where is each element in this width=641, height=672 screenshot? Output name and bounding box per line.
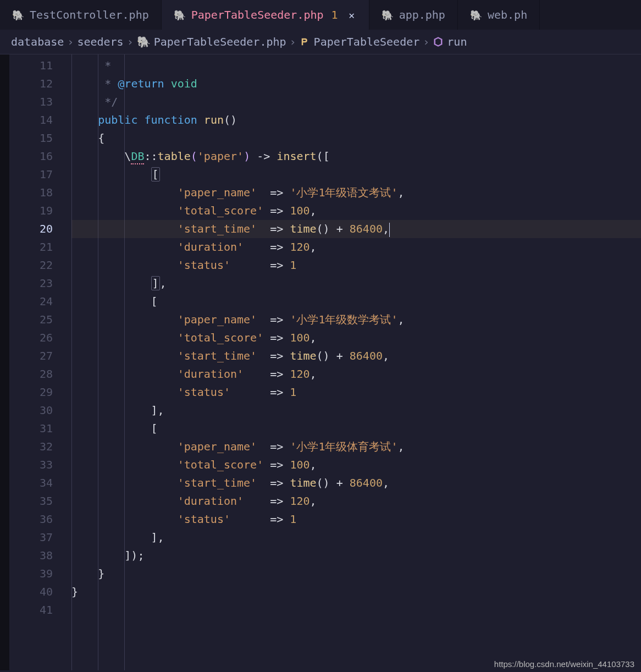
code-line[interactable]: {	[71, 129, 641, 147]
code-line[interactable]: 'duration' => 120,	[71, 365, 641, 383]
chevron-right-icon: ›	[127, 35, 134, 48]
breadcrumb-item[interactable]: run	[447, 35, 467, 48]
code-line[interactable]: *	[71, 57, 641, 75]
php-icon: 🐘	[174, 9, 186, 21]
code-line[interactable]: ],	[71, 528, 641, 547]
code-line[interactable]: * @return void	[71, 75, 641, 93]
code-line[interactable]: [	[71, 420, 641, 438]
code-line[interactable]: [	[71, 166, 641, 184]
code-line[interactable]: 'status' => 1	[71, 510, 641, 528]
code-line[interactable]: ],	[71, 401, 641, 420]
line-number-gutter: 1112131415161718192021222324252627282930…	[0, 54, 71, 670]
code-line[interactable]	[71, 601, 641, 619]
tab-label: TestController.php	[30, 8, 149, 21]
code-line[interactable]: 'status' => 1	[71, 256, 641, 274]
chevron-right-icon: ›	[423, 35, 429, 48]
modified-indicator: 1	[331, 8, 338, 21]
code-line[interactable]: }	[71, 583, 641, 601]
breadcrumb: database › seeders › 🐘 PaperTableSeeder.…	[0, 30, 641, 54]
code-line[interactable]: 'start_time' => time() + 86400,	[71, 220, 641, 238]
close-icon[interactable]: ✕	[347, 9, 357, 21]
breadcrumb-item[interactable]: PaperTableSeeder.php	[154, 35, 286, 48]
code-line[interactable]: [	[71, 293, 641, 311]
php-icon: 🐘	[382, 9, 394, 21]
tab-testcontroller[interactable]: 🐘 TestController.php	[0, 0, 162, 30]
tab-app[interactable]: 🐘 app.php	[369, 0, 458, 30]
code-line[interactable]: }	[71, 565, 641, 583]
tab-label: PaperTableSeeder.php	[191, 8, 324, 21]
text-cursor	[389, 223, 390, 237]
code-line[interactable]: ],	[71, 274, 641, 293]
code-line[interactable]: 'start_time' => time() + 86400,	[71, 474, 641, 492]
code-line[interactable]: 'duration' => 120,	[71, 492, 641, 510]
left-gutter-bg	[0, 54, 9, 670]
tab-label: app.php	[399, 8, 445, 21]
code-line[interactable]: */	[71, 93, 641, 111]
code-line[interactable]: 'start_time' => time() + 86400,	[71, 347, 641, 365]
code-line[interactable]: 'paper_name' => '小学1年级体育考试',	[71, 438, 641, 456]
breadcrumb-item[interactable]: PaperTableSeeder	[314, 35, 420, 48]
editor[interactable]: 1112131415161718192021222324252627282930…	[0, 54, 641, 670]
code-line[interactable]: 'paper_name' => '小学1年级数学考试',	[71, 311, 641, 329]
tab-papertableseeder[interactable]: 🐘 PaperTableSeeder.php 1 ✕	[162, 0, 369, 30]
tab-label: web.ph	[488, 8, 527, 21]
breadcrumb-item[interactable]: seeders	[77, 35, 123, 48]
code-line[interactable]: 'total_score' => 100,	[71, 202, 641, 220]
code-line[interactable]: public function run()	[71, 111, 641, 129]
php-icon: 🐘	[12, 9, 24, 21]
code-area[interactable]: * * @return void */ public function run(…	[71, 54, 641, 670]
code-line[interactable]: \DB::table('paper') -> insert([	[71, 147, 641, 166]
php-icon: 🐘	[137, 35, 151, 48]
chevron-right-icon: ›	[67, 35, 74, 48]
code-line[interactable]: 'duration' => 120,	[71, 238, 641, 256]
method-icon	[433, 36, 444, 47]
watermark: https://blog.csdn.net/weixin_44103733	[494, 659, 634, 669]
code-line[interactable]: 'total_score' => 100,	[71, 456, 641, 474]
code-line[interactable]: 'total_score' => 100,	[71, 329, 641, 347]
class-icon	[300, 36, 311, 47]
code-line[interactable]: 'status' => 1	[71, 383, 641, 401]
tab-web[interactable]: 🐘 web.ph	[458, 0, 540, 30]
code-line[interactable]: ]);	[71, 547, 641, 565]
php-icon: 🐘	[470, 9, 482, 21]
breadcrumb-item[interactable]: database	[11, 35, 64, 48]
tab-bar: 🐘 TestController.php 🐘 PaperTableSeeder.…	[0, 0, 641, 30]
chevron-right-icon: ›	[290, 35, 296, 48]
code-line[interactable]: 'paper_name' => '小学1年级语文考试',	[71, 184, 641, 202]
